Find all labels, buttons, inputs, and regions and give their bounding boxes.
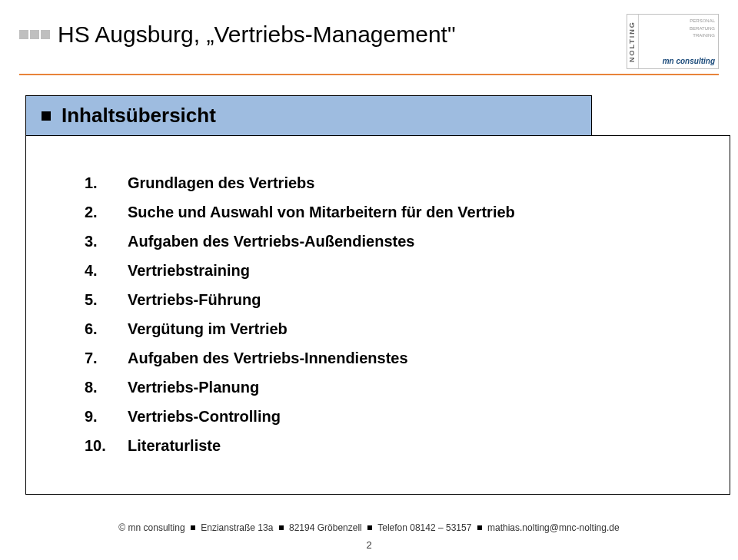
- toc-item: 1.Grundlagen des Vertriebs: [85, 168, 699, 197]
- toc-text: Vertriebs-Führung: [128, 285, 261, 314]
- logo-right: PERSONAL BERATUNG TRAINING mn consulting: [639, 15, 718, 68]
- toc-item: 7.Aufgaben des Vertriebs-Innendienstes: [85, 343, 699, 373]
- page-number: 2: [0, 539, 738, 551]
- logo-brand-vertical: NOLTING: [627, 15, 639, 68]
- slide-title: HS Augsburg, „Vertriebs-Management": [58, 22, 456, 48]
- separator-square-icon: [279, 525, 284, 530]
- toc-text: Suche und Auswahl von Mitarbeitern für d…: [128, 197, 515, 227]
- toc-number: 8.: [85, 373, 128, 402]
- toc-number: 9.: [85, 402, 128, 431]
- logo-service-line: TRAINING: [642, 32, 715, 40]
- title-wrap: HS Augsburg, „Vertriebs-Management": [19, 14, 456, 48]
- title-bullet-squares: [19, 30, 50, 39]
- presentation-slide: HS Augsburg, „Vertriebs-Management" NOLT…: [0, 0, 738, 560]
- toc-number: 5.: [85, 285, 128, 314]
- toc-number: 1.: [85, 168, 128, 197]
- footer-address: Enzianstraße 13a: [201, 522, 273, 533]
- footer-phone: Telefon 08142 – 53157: [377, 522, 471, 533]
- toc-text: Aufgaben des Vertriebs-Außendienstes: [128, 227, 414, 256]
- square-icon: [41, 30, 50, 39]
- footer-line: © mn consulting Enzianstraße 13a 82194 G…: [0, 522, 738, 533]
- toc-item: 4.Vertriebstraining: [85, 256, 699, 285]
- square-icon: [30, 30, 39, 39]
- logo-services: PERSONAL BERATUNG TRAINING: [642, 18, 715, 40]
- toc-number: 4.: [85, 256, 128, 285]
- footer-email: mathias.nolting@mnc-nolting.de: [487, 522, 620, 533]
- logo-service-line: PERSONAL: [642, 18, 715, 25]
- square-icon: [19, 30, 28, 39]
- footer-city: 82194 Gröbenzell: [289, 522, 362, 533]
- toc-text: Literaturliste: [128, 431, 221, 460]
- toc-number: 6.: [85, 314, 128, 343]
- toc-item: 8.Vertriebs-Planung: [85, 373, 699, 402]
- company-logo: NOLTING PERSONAL BERATUNG TRAINING mn co…: [627, 14, 719, 69]
- bullet-square-icon: [42, 111, 51, 121]
- separator-square-icon: [477, 525, 482, 530]
- toc-item: 9.Vertriebs-Controlling: [85, 402, 699, 431]
- toc-number: 7.: [85, 343, 128, 373]
- toc-number: 10.: [85, 431, 128, 460]
- toc-item: 3.Aufgaben des Vertriebs-Außendienstes: [85, 227, 699, 256]
- logo-brand-text: mn consulting: [642, 57, 715, 65]
- content-box: 1.Grundlagen des Vertriebs 2.Suche und A…: [25, 135, 730, 495]
- separator-square-icon: [191, 525, 195, 530]
- toc-number: 2.: [85, 197, 128, 227]
- section-title: Inhaltsübersicht: [62, 104, 216, 128]
- slide-footer: © mn consulting Enzianstraße 13a 82194 G…: [0, 522, 738, 551]
- toc-text: Vertriebs-Controlling: [128, 402, 281, 431]
- toc-text: Vertriebs-Planung: [128, 373, 259, 402]
- toc-item: 6.Vergütung im Vertrieb: [85, 314, 699, 343]
- toc-text: Grundlagen des Vertriebs: [128, 168, 314, 197]
- toc-number: 3.: [85, 227, 128, 256]
- header-divider: [19, 74, 719, 75]
- toc-text: Aufgaben des Vertriebs-Innendienstes: [128, 343, 408, 373]
- toc-item: 10.Literaturliste: [85, 431, 699, 460]
- slide-header: HS Augsburg, „Vertriebs-Management" NOLT…: [19, 14, 719, 69]
- toc-list: 1.Grundlagen des Vertriebs 2.Suche und A…: [85, 168, 699, 460]
- logo-service-line: BERATUNG: [642, 25, 715, 33]
- section-header-box: Inhaltsübersicht: [25, 95, 592, 136]
- footer-copyright: © mn consulting: [118, 522, 184, 533]
- toc-text: Vertriebstraining: [128, 256, 250, 285]
- toc-text: Vergütung im Vertrieb: [128, 314, 288, 343]
- toc-item: 2.Suche und Auswahl von Mitarbeitern für…: [85, 197, 699, 227]
- toc-item: 5.Vertriebs-Führung: [85, 285, 699, 314]
- separator-square-icon: [367, 525, 372, 530]
